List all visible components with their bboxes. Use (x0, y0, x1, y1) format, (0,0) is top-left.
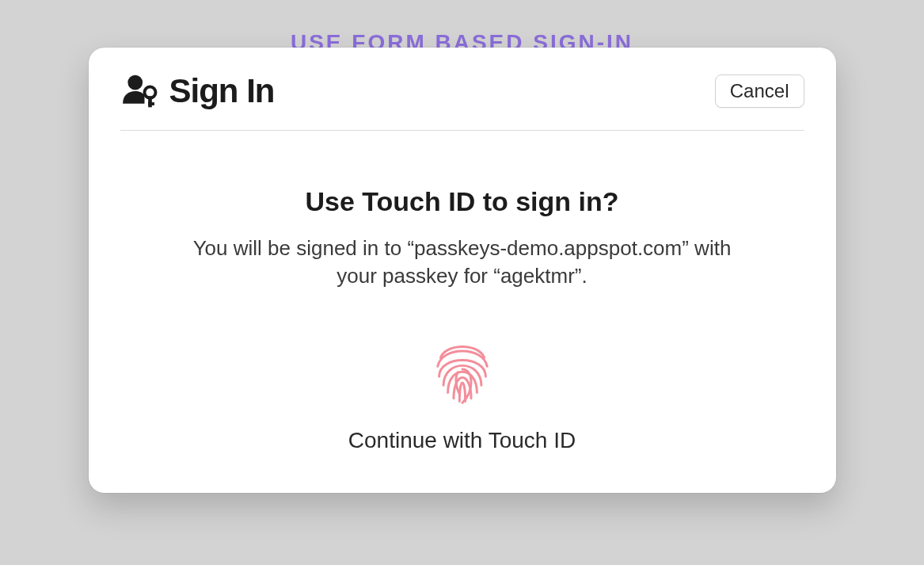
dialog-title: Sign In (169, 72, 275, 110)
touchid-prompt-description: You will be signed in to “passkeys-demo.… (177, 235, 747, 290)
fingerprint-icon (426, 333, 499, 406)
continue-with-touchid-button[interactable]: Continue with Touch ID (120, 333, 804, 453)
dialog-title-group: Sign In (120, 71, 275, 111)
continue-with-touchid-label: Continue with Touch ID (348, 428, 576, 453)
svg-rect-3 (148, 102, 154, 105)
dialog-header: Sign In Cancel (120, 71, 804, 131)
passkey-icon (120, 71, 160, 111)
signin-dialog: Sign In Cancel Use Touch ID to sign in? … (89, 48, 836, 493)
dialog-body: Use Touch ID to sign in? You will be sig… (120, 131, 804, 453)
cancel-button[interactable]: Cancel (715, 74, 804, 108)
touchid-prompt-title: Use Touch ID to sign in? (120, 186, 804, 217)
svg-rect-2 (148, 96, 152, 107)
svg-point-0 (127, 75, 143, 90)
